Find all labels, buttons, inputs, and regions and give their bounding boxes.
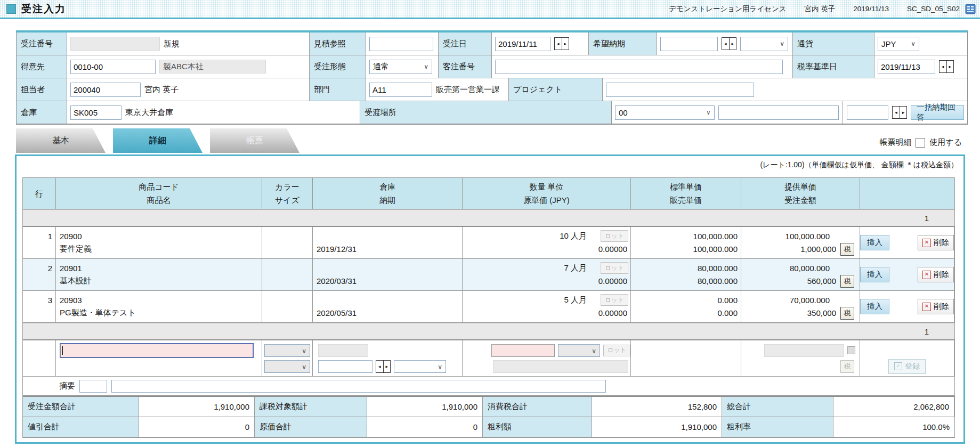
batch-reply-spinner[interactable]: ◂▸ bbox=[892, 106, 907, 119]
memo-code-input[interactable] bbox=[79, 380, 107, 393]
table-row: 2 20901基本設計 2020/03/31 7 人月ロット0.00000 80… bbox=[23, 259, 954, 291]
new-delivery-date-spinner[interactable]: ◂▸ bbox=[376, 360, 391, 373]
offer-price: 100,000.000 bbox=[741, 230, 860, 243]
gross-margin-label: 粗利率 bbox=[722, 417, 833, 437]
form-row-1: 受注番号 新規 見積参照 受注日 ◂▸ 希望納期 ◂▸ 通貨 JPY bbox=[17, 32, 967, 55]
warehouse-code-input[interactable] bbox=[70, 105, 122, 120]
project-cell bbox=[603, 78, 967, 101]
row-no: 1 bbox=[23, 230, 55, 243]
memo-label: 摘要 bbox=[59, 381, 75, 391]
tax-button[interactable]: 税 bbox=[840, 243, 854, 256]
gross-margin-value: 100.0% bbox=[833, 417, 954, 437]
register-button[interactable]: ✓登録 bbox=[888, 359, 926, 374]
keyboard-icon[interactable] bbox=[965, 4, 976, 14]
delivery-place-input[interactable] bbox=[718, 105, 839, 120]
tax-included-checkbox[interactable] bbox=[847, 346, 855, 354]
tab-basic[interactable]: 基本 bbox=[16, 128, 106, 153]
delete-button[interactable]: ✕削除 bbox=[918, 267, 954, 282]
taxable-total-value: 1,910,000 bbox=[367, 397, 483, 417]
desired-delivery-select[interactable] bbox=[740, 37, 788, 51]
cost-total-label: 原価合計 bbox=[255, 417, 367, 437]
insert-button[interactable]: 挿入 bbox=[860, 267, 889, 282]
page-title: 受注入力 bbox=[21, 2, 66, 16]
order-type-label: 受注形態 bbox=[310, 55, 366, 78]
product-code: 20900 bbox=[56, 230, 262, 243]
tax-button[interactable]: 税 bbox=[840, 307, 854, 320]
person-code-input[interactable] bbox=[70, 83, 141, 97]
new-size-select[interactable] bbox=[264, 360, 310, 373]
sell-price: 0.000 bbox=[631, 307, 741, 320]
tax-button-disabled[interactable]: 税 bbox=[840, 360, 854, 373]
table-row: 1 20900要件定義 2019/12/31 10 人月ロット0.00000 1… bbox=[23, 227, 954, 259]
col-std-sell: 標準単価販売単価 bbox=[631, 178, 741, 209]
sell-price: 80,000.000 bbox=[631, 275, 741, 288]
project-label: プロジェクト bbox=[509, 78, 603, 101]
delete-button[interactable]: ✕削除 bbox=[918, 299, 954, 314]
col-warehouse-delivery: 倉庫納期 bbox=[313, 178, 463, 209]
memo-text-input[interactable] bbox=[111, 380, 606, 393]
delivery-date: 2020/03/31 bbox=[313, 275, 462, 288]
order-date-spinner[interactable]: ◂▸ bbox=[554, 37, 569, 50]
new-warehouse-field-disabled bbox=[318, 344, 368, 357]
license-text: デモンストレーション用ライセンス bbox=[669, 4, 786, 14]
lot-button[interactable]: ロット bbox=[601, 230, 628, 242]
delivery-place-select[interactable]: 00 bbox=[615, 105, 715, 120]
new-product-code-input[interactable] bbox=[60, 344, 253, 357]
title-square-icon bbox=[6, 4, 16, 14]
lot-button[interactable]: ロット bbox=[603, 345, 630, 356]
insert-button[interactable]: 挿入 bbox=[860, 235, 889, 250]
customer-order-no-input[interactable] bbox=[495, 60, 783, 74]
desired-delivery-spinner[interactable]: ◂▸ bbox=[722, 37, 736, 50]
new-delivery-select[interactable] bbox=[394, 360, 446, 373]
lot-button[interactable]: ロット bbox=[601, 294, 628, 306]
product-name: PG製造・単体テスト bbox=[56, 307, 262, 320]
new-cost-field-disabled bbox=[493, 360, 628, 373]
delete-x-icon: ✕ bbox=[922, 239, 931, 247]
new-delivery-date-input[interactable] bbox=[318, 360, 372, 373]
dept-code-input[interactable] bbox=[369, 83, 432, 97]
currency-select[interactable]: JPY bbox=[878, 37, 919, 51]
col-actions bbox=[860, 178, 954, 209]
report-detail-checkbox[interactable] bbox=[916, 138, 925, 148]
cost-total-value: 0 bbox=[367, 417, 483, 437]
col-qty-cost: 数量 単位原単価 (JPY) bbox=[463, 178, 631, 209]
batch-reply-date-input[interactable] bbox=[847, 105, 888, 120]
new-qty-input[interactable] bbox=[491, 344, 555, 357]
table-row: 3 20903PG製造・単体テスト 2020/05/31 5 人月ロット0.00… bbox=[23, 291, 954, 323]
currency-label: 通貨 bbox=[793, 32, 874, 55]
warehouse-label: 倉庫 bbox=[17, 101, 67, 124]
order-type-select[interactable]: 通常 bbox=[369, 60, 432, 74]
order-amount: 560,000 bbox=[807, 276, 836, 286]
cost-unit-price: 0.00000 bbox=[463, 307, 630, 320]
new-offer-field-disabled bbox=[764, 344, 844, 357]
gross-profit-value: 1,910,000 bbox=[592, 417, 722, 437]
customer-order-no-label: 客注番号 bbox=[439, 55, 492, 78]
order-date-input[interactable] bbox=[495, 37, 550, 51]
tab-detail[interactable]: 詳細 bbox=[113, 128, 203, 153]
new-unit-select[interactable] bbox=[558, 344, 600, 357]
report-detail-option: 帳票明細 使用する bbox=[879, 137, 962, 148]
tab-report[interactable]: 帳票 bbox=[210, 128, 299, 153]
header-user: 宮内 英子 bbox=[805, 4, 836, 14]
order-amount: 350,000 bbox=[807, 308, 836, 317]
quote-ref-input[interactable] bbox=[369, 37, 433, 51]
tax-base-date-input[interactable] bbox=[878, 60, 935, 74]
batch-reply-button[interactable]: 一括納期回答 bbox=[911, 105, 964, 120]
desired-delivery-input[interactable] bbox=[660, 37, 718, 51]
customer-code-input[interactable] bbox=[70, 60, 156, 74]
product-code: 20903 bbox=[56, 294, 262, 307]
order-header-form: 受注番号 新規 見積参照 受注日 ◂▸ 希望納期 ◂▸ 通貨 JPY bbox=[16, 30, 968, 125]
offer-price: 70,000.000 bbox=[741, 294, 860, 307]
tax-button[interactable]: 税 bbox=[840, 275, 854, 288]
new-color-select[interactable] bbox=[264, 344, 310, 357]
lot-button[interactable]: ロット bbox=[601, 262, 628, 274]
order-no-label: 受注番号 bbox=[17, 32, 67, 55]
insert-button[interactable]: 挿入 bbox=[860, 299, 889, 314]
memo-row: 摘要 bbox=[23, 377, 954, 396]
new-line-entry-row: ◂▸ ロット bbox=[23, 340, 954, 377]
delivery-date: 2020/05/31 bbox=[313, 307, 462, 320]
report-detail-label: 帳票明細 bbox=[879, 137, 911, 148]
project-input[interactable] bbox=[606, 83, 754, 97]
tax-base-date-spinner[interactable]: ◂▸ bbox=[939, 60, 954, 73]
delete-button[interactable]: ✕削除 bbox=[918, 235, 954, 250]
